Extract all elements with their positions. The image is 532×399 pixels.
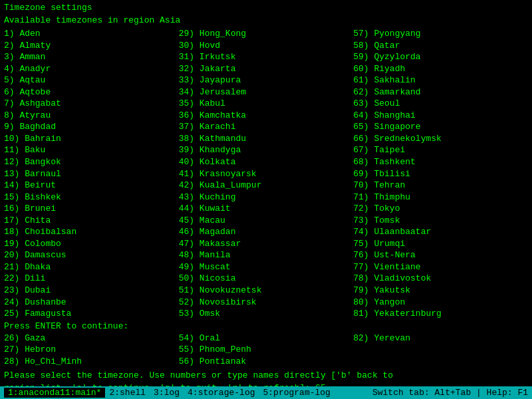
tz-entry: 23) Dubai <box>4 285 179 297</box>
status-tab-4[interactable]: 4:storage-log <box>184 388 259 398</box>
tz-entry: 21) Dhaka <box>4 261 179 273</box>
tz-entry: 1) Aden <box>4 28 179 40</box>
tz-entry: 26) Gaza <box>4 332 179 344</box>
tz-entry: 8) Atyrau <box>4 110 179 122</box>
tz-entry: 19) Colombo <box>4 238 179 250</box>
tz-entry: 77) Vientiane <box>353 261 528 273</box>
tz-entry: 28) Ho_Chi_Minh <box>4 356 179 368</box>
status-tab-2[interactable]: 2:shell <box>105 388 150 398</box>
tz-entry: 79) Yakutsk <box>353 285 528 297</box>
tz-entry: 32) Jakarta <box>179 63 354 75</box>
tz-entry: 31) Irkutsk <box>179 51 354 63</box>
tz-entry: 66) Srednekolymsk <box>353 133 528 145</box>
timezone-columns: 1) Aden2) Almaty3) Amman4) Anadyr5) Aqta… <box>4 28 528 320</box>
tz-entry: 16) Brunei <box>4 203 179 215</box>
tz-entry: 35) Kabul <box>179 98 354 110</box>
tz-entry: 17) Chita <box>4 215 179 227</box>
tz-entry: 14) Beirut <box>4 180 179 192</box>
tz-entry: 9) Baghdad <box>4 121 179 133</box>
tz-entry: 27) Hebron <box>4 344 179 356</box>
tz-entry: 58) Qatar <box>353 40 528 52</box>
status-bar: 1:anaconda11:main* 2:shell 3:log 4:stora… <box>0 386 532 399</box>
tz-entry: 53) Omsk <box>179 308 354 320</box>
tz-entry: 52) Novosibirsk <box>179 297 354 309</box>
status-tabs: 1:anaconda11:main* 2:shell 3:log 4:stora… <box>4 388 372 398</box>
extra-col1-group: 26) Gaza27) Hebron28) Ho_Chi_Minh <box>4 332 179 368</box>
tz-entry: 43) Kuching <box>179 192 354 203</box>
tz-entry: 61) Sakhalin <box>353 74 528 86</box>
tz-entry: 6) Aqtobe <box>4 86 179 98</box>
tz-entry: 69) Tbilisi <box>353 168 528 180</box>
tz-entry: 10) Bahrain <box>4 133 179 145</box>
extra-col3-group: 82) Yerevan <box>353 332 528 368</box>
tz-entry: 48) Manila <box>179 249 354 261</box>
prompt-area[interactable]: Please select the timezone. Use numbers … <box>4 370 528 386</box>
col1-group: 1) Aden2) Almaty3) Amman4) Anadyr5) Aqta… <box>4 28 179 320</box>
tz-entry: 80) Yangon <box>353 297 528 309</box>
tz-entry: 34) Jerusalem <box>179 86 354 98</box>
tz-entry: 7) Ashgabat <box>4 98 179 110</box>
tz-entry: 60) Riyadh <box>353 63 528 75</box>
tz-entry: 40) Kolkata <box>179 156 354 168</box>
tz-entry: 45) Macau <box>179 215 354 227</box>
tz-entry: 13) Barnaul <box>4 168 179 180</box>
tz-entry: 46) Magadan <box>179 226 354 238</box>
main-content: Timezone settings Available timezones in… <box>0 0 532 386</box>
extra-col2-group: 54) Oral55) Phnom_Penh56) Pontianak <box>179 332 354 368</box>
tz-entry: 24) Dushanbe <box>4 297 179 309</box>
tz-entry: 41) Krasnoyarsk <box>179 168 354 180</box>
title: Timezone settings <box>4 3 528 13</box>
tz-entry: 72) Tokyo <box>353 203 528 215</box>
tz-entry: 76) Ust-Nera <box>353 249 528 261</box>
tz-entry: 81) Yekaterinburg <box>353 308 528 320</box>
col2-group: 29) Hong_Kong30) Hovd31) Irkutsk32) Jaka… <box>179 28 354 320</box>
region-line: Available timezones in region Asia <box>4 15 528 25</box>
tz-entry: 33) Jayapura <box>179 74 354 86</box>
tz-entry: 5) Aqtau <box>4 74 179 86</box>
tz-entry: 30) Hovd <box>179 40 354 52</box>
tz-entry: 47) Makassar <box>179 238 354 250</box>
tz-entry: 50) Nicosia <box>179 273 354 285</box>
tz-entry: 39) Khandyga <box>179 144 354 156</box>
tz-entry: 54) Oral <box>179 332 354 344</box>
tz-entry: 22) Dili <box>4 273 179 285</box>
tz-entry: 4) Anadyr <box>4 63 179 75</box>
tz-entry: 74) Ulaanbaatar <box>353 226 528 238</box>
status-tab-5[interactable]: 5:program-log <box>259 388 334 398</box>
status-tab-3[interactable]: 3:log <box>150 388 184 398</box>
tz-entry: 42) Kuala_Lumpur <box>179 180 354 192</box>
tz-entry: 11) Baku <box>4 144 179 156</box>
tz-entry: 36) Kamchatka <box>179 110 354 122</box>
tz-entry: 78) Vladivostok <box>353 273 528 285</box>
status-tab-1[interactable]: 1:anaconda11:main* <box>4 388 105 398</box>
col3-group: 57) Pyongyang58) Qatar59) Qyzylorda60) R… <box>353 28 528 320</box>
tz-entry: 68) Tashkent <box>353 156 528 168</box>
tz-entry: 44) Kuwait <box>179 203 354 215</box>
tz-entry: 73) Tomsk <box>353 215 528 227</box>
tz-entry: 75) Urumqi <box>353 238 528 250</box>
tz-entry: 55) Phnom_Penh <box>179 344 354 356</box>
press-enter: Press ENTER to continue: <box>4 321 528 331</box>
tz-entry: 71) Thimphu <box>353 192 528 203</box>
tz-entry: 20) Damascus <box>4 249 179 261</box>
tz-entry: 67) Taipei <box>353 144 528 156</box>
tz-entry: 25) Famagusta <box>4 308 179 320</box>
tz-entry: 15) Bishkek <box>4 192 179 203</box>
tz-entry: 37) Karachi <box>179 121 354 133</box>
tz-entry: 70) Tehran <box>353 180 528 192</box>
tz-entry: 3) Amman <box>4 51 179 63</box>
prompt-line1: Please select the timezone. Use numbers … <box>4 370 528 382</box>
tz-entry: 12) Bangkok <box>4 156 179 168</box>
tz-entry: 57) Pyongyang <box>353 28 528 40</box>
tz-entry: 82) Yerevan <box>353 332 528 344</box>
tz-entry: 38) Kathmandu <box>179 133 354 145</box>
tz-entry: 64) Shanghai <box>353 110 528 122</box>
tz-entry: 2) Almaty <box>4 40 179 52</box>
status-right: Switch tab: Alt+Tab | Help: F1 <box>372 388 528 398</box>
tz-entry: 65) Singapore <box>353 121 528 133</box>
tz-entry: 62) Samarkand <box>353 86 528 98</box>
extra-columns: 26) Gaza27) Hebron28) Ho_Chi_Minh 54) Or… <box>4 332 528 368</box>
tz-entry: 51) Novokuznetsk <box>179 285 354 297</box>
tz-entry: 18) Choibalsan <box>4 226 179 238</box>
tz-entry: 29) Hong_Kong <box>179 28 354 40</box>
